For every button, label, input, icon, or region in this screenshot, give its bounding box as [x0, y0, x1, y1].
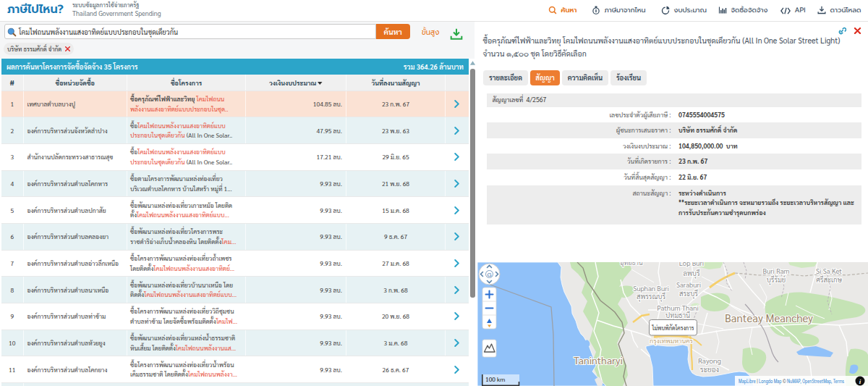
- svg-text:Si Sa Ket: Si Sa Ket: [816, 267, 842, 275]
- svg-text:G: G: [487, 272, 491, 278]
- svg-text:ไม่พบพิกัดโครงการ: ไม่พบพิกัดโครงการ: [652, 324, 694, 332]
- svg-text:สุพรรณบุรี: สุพรรณบุรี: [637, 292, 666, 302]
- svg-text:Tanintharyi: Tanintharyi: [574, 353, 623, 366]
- svg-text:MapLibre | Longdo Map © NuMAP,: MapLibre | Longdo Map © NuMAP, OpenStree…: [739, 377, 844, 385]
- svg-text:ศรีสะเกษ: ศรีสะเกษ: [816, 275, 842, 284]
- svg-text:Buri Ram: Buri Ram: [762, 267, 789, 275]
- svg-text:Lop Buri: Lop Buri: [679, 262, 704, 267]
- svg-text:ระยอง: ระยอง: [700, 364, 719, 374]
- svg-text:100 km: 100 km: [485, 375, 505, 383]
- svg-text:Banteay Meanchey: Banteay Meanchey: [725, 311, 813, 324]
- svg-text:อุทัยธานี: อุทัยธานี: [620, 262, 643, 267]
- svg-text:บุรีรัมย์: บุรีรัมย์: [767, 274, 786, 285]
- svg-text:Saraburi: Saraburi: [676, 280, 701, 289]
- svg-text:ลพบุรี: ลพบุรี: [683, 269, 699, 279]
- svg-text:กรุงเทพมหานคร: กรุงเทพมหานคร: [650, 336, 694, 345]
- svg-text:สระบุรี: สระบุรี: [679, 289, 698, 299]
- svg-text:ปทุมธานี: ปทุมธานี: [665, 311, 690, 321]
